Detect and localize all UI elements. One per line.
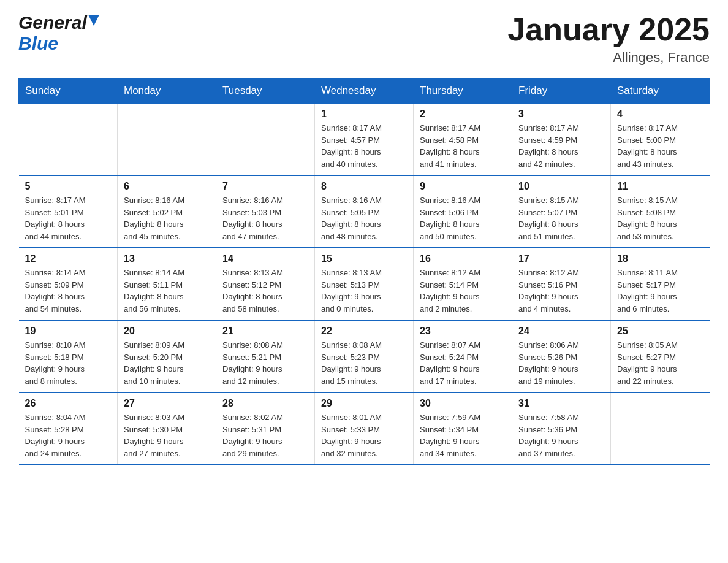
- page-header: General Blue January 2025 Allinges, Fran…: [18, 12, 710, 66]
- calendar-cell: 27Sunrise: 8:03 AM Sunset: 5:30 PM Dayli…: [118, 393, 216, 465]
- day-info: Sunrise: 8:05 AM Sunset: 5:27 PM Dayligh…: [617, 339, 703, 387]
- day-number: 2: [420, 109, 506, 120]
- day-info: Sunrise: 8:16 AM Sunset: 5:03 PM Dayligh…: [222, 194, 308, 242]
- calendar-cell: 17Sunrise: 8:12 AM Sunset: 5:16 PM Dayli…: [512, 248, 611, 320]
- day-info: Sunrise: 8:08 AM Sunset: 5:21 PM Dayligh…: [222, 339, 308, 387]
- calendar-cell: 23Sunrise: 8:07 AM Sunset: 5:24 PM Dayli…: [414, 320, 512, 393]
- day-info: Sunrise: 8:17 AM Sunset: 4:57 PM Dayligh…: [321, 122, 407, 170]
- day-info: Sunrise: 8:16 AM Sunset: 5:05 PM Dayligh…: [321, 194, 407, 242]
- day-info: Sunrise: 8:09 AM Sunset: 5:20 PM Dayligh…: [124, 339, 210, 387]
- day-number: 17: [518, 253, 604, 264]
- day-info: Sunrise: 8:08 AM Sunset: 5:23 PM Dayligh…: [321, 339, 407, 387]
- calendar-table: SundayMondayTuesdayWednesdayThursdayFrid…: [18, 78, 710, 465]
- calendar-cell: 8Sunrise: 8:16 AM Sunset: 5:05 PM Daylig…: [315, 175, 414, 248]
- day-info: Sunrise: 8:16 AM Sunset: 5:02 PM Dayligh…: [124, 194, 210, 242]
- day-number: 31: [518, 398, 604, 409]
- location-label: Allinges, France: [507, 50, 710, 66]
- calendar-cell: [216, 104, 315, 176]
- calendar-cell: 4Sunrise: 8:17 AM Sunset: 5:00 PM Daylig…: [611, 104, 710, 176]
- calendar-cell: 10Sunrise: 8:15 AM Sunset: 5:07 PM Dayli…: [512, 175, 611, 248]
- calendar-header-thursday: Thursday: [414, 79, 512, 104]
- calendar-cell: [19, 104, 118, 176]
- calendar-week-row: 26Sunrise: 8:04 AM Sunset: 5:28 PM Dayli…: [19, 393, 710, 465]
- day-info: Sunrise: 8:17 AM Sunset: 5:00 PM Dayligh…: [617, 122, 703, 170]
- calendar-cell: 25Sunrise: 8:05 AM Sunset: 5:27 PM Dayli…: [611, 320, 710, 393]
- day-number: 18: [617, 253, 703, 264]
- day-number: 28: [222, 398, 308, 409]
- calendar-cell: 21Sunrise: 8:08 AM Sunset: 5:21 PM Dayli…: [216, 320, 315, 393]
- calendar-cell: 30Sunrise: 7:59 AM Sunset: 5:34 PM Dayli…: [414, 393, 512, 465]
- day-number: 15: [321, 253, 407, 264]
- calendar-cell: 13Sunrise: 8:14 AM Sunset: 5:11 PM Dayli…: [118, 248, 216, 320]
- day-number: 26: [25, 398, 112, 409]
- calendar-header-sunday: Sunday: [19, 79, 118, 104]
- calendar-cell: 16Sunrise: 8:12 AM Sunset: 5:14 PM Dayli…: [414, 248, 512, 320]
- calendar-week-row: 19Sunrise: 8:10 AM Sunset: 5:18 PM Dayli…: [19, 320, 710, 393]
- day-info: Sunrise: 7:59 AM Sunset: 5:34 PM Dayligh…: [420, 412, 506, 459]
- calendar-cell: 24Sunrise: 8:06 AM Sunset: 5:26 PM Dayli…: [512, 320, 611, 393]
- day-info: Sunrise: 8:02 AM Sunset: 5:31 PM Dayligh…: [222, 412, 308, 459]
- calendar-header-saturday: Saturday: [611, 79, 710, 104]
- calendar-cell: 26Sunrise: 8:04 AM Sunset: 5:28 PM Dayli…: [19, 393, 118, 465]
- calendar-cell: 5Sunrise: 8:17 AM Sunset: 5:01 PM Daylig…: [19, 175, 118, 248]
- calendar-header-monday: Monday: [118, 79, 216, 104]
- day-info: Sunrise: 8:14 AM Sunset: 5:09 PM Dayligh…: [25, 267, 112, 315]
- calendar-cell: 29Sunrise: 8:01 AM Sunset: 5:33 PM Dayli…: [315, 393, 414, 465]
- day-info: Sunrise: 8:04 AM Sunset: 5:28 PM Dayligh…: [25, 412, 112, 459]
- calendar-cell: 11Sunrise: 8:15 AM Sunset: 5:08 PM Dayli…: [611, 175, 710, 248]
- day-number: 4: [617, 109, 703, 120]
- calendar-cell: [118, 104, 216, 176]
- day-number: 8: [321, 181, 407, 192]
- day-number: 22: [321, 326, 407, 337]
- day-info: Sunrise: 8:17 AM Sunset: 5:01 PM Dayligh…: [25, 194, 112, 242]
- day-info: Sunrise: 8:07 AM Sunset: 5:24 PM Dayligh…: [420, 339, 506, 387]
- day-number: 27: [124, 398, 210, 409]
- calendar-cell: 3Sunrise: 8:17 AM Sunset: 4:59 PM Daylig…: [512, 104, 611, 176]
- day-info: Sunrise: 8:15 AM Sunset: 5:08 PM Dayligh…: [617, 194, 703, 242]
- day-info: Sunrise: 8:01 AM Sunset: 5:33 PM Dayligh…: [321, 412, 407, 459]
- day-number: 23: [420, 326, 506, 337]
- day-number: 10: [518, 181, 604, 192]
- day-number: 24: [518, 326, 604, 337]
- day-info: Sunrise: 7:58 AM Sunset: 5:36 PM Dayligh…: [518, 412, 604, 459]
- day-info: Sunrise: 8:12 AM Sunset: 5:14 PM Dayligh…: [420, 267, 506, 315]
- day-number: 5: [25, 181, 112, 192]
- day-number: 20: [124, 326, 210, 337]
- day-number: 9: [420, 181, 506, 192]
- calendar-header-friday: Friday: [512, 79, 611, 104]
- calendar-cell: 22Sunrise: 8:08 AM Sunset: 5:23 PM Dayli…: [315, 320, 414, 393]
- day-info: Sunrise: 8:17 AM Sunset: 4:58 PM Dayligh…: [420, 122, 506, 170]
- calendar-cell: 7Sunrise: 8:16 AM Sunset: 5:03 PM Daylig…: [216, 175, 315, 248]
- calendar-cell: 2Sunrise: 8:17 AM Sunset: 4:58 PM Daylig…: [414, 104, 512, 176]
- day-info: Sunrise: 8:12 AM Sunset: 5:16 PM Dayligh…: [518, 267, 604, 315]
- day-info: Sunrise: 8:13 AM Sunset: 5:13 PM Dayligh…: [321, 267, 407, 315]
- calendar-cell: 18Sunrise: 8:11 AM Sunset: 5:17 PM Dayli…: [611, 248, 710, 320]
- calendar-cell: 1Sunrise: 8:17 AM Sunset: 4:57 PM Daylig…: [315, 104, 414, 176]
- logo-triangle-icon: [88, 15, 99, 26]
- day-number: 29: [321, 398, 407, 409]
- calendar-header-row: SundayMondayTuesdayWednesdayThursdayFrid…: [19, 79, 710, 104]
- day-number: 25: [617, 326, 703, 337]
- title-section: January 2025 Allinges, France: [507, 12, 710, 66]
- day-number: 7: [222, 181, 308, 192]
- day-info: Sunrise: 8:16 AM Sunset: 5:06 PM Dayligh…: [420, 194, 506, 242]
- month-title: January 2025: [507, 12, 710, 47]
- calendar-cell: 15Sunrise: 8:13 AM Sunset: 5:13 PM Dayli…: [315, 248, 414, 320]
- day-info: Sunrise: 8:11 AM Sunset: 5:17 PM Dayligh…: [617, 267, 703, 315]
- calendar-cell: [611, 393, 710, 465]
- day-number: 1: [321, 109, 407, 120]
- calendar-cell: 9Sunrise: 8:16 AM Sunset: 5:06 PM Daylig…: [414, 175, 512, 248]
- calendar-week-row: 1Sunrise: 8:17 AM Sunset: 4:57 PM Daylig…: [19, 104, 710, 176]
- day-number: 21: [222, 326, 308, 337]
- calendar-cell: 31Sunrise: 7:58 AM Sunset: 5:36 PM Dayli…: [512, 393, 611, 465]
- day-info: Sunrise: 8:13 AM Sunset: 5:12 PM Dayligh…: [222, 267, 308, 315]
- calendar-cell: 6Sunrise: 8:16 AM Sunset: 5:02 PM Daylig…: [118, 175, 216, 248]
- calendar-week-row: 5Sunrise: 8:17 AM Sunset: 5:01 PM Daylig…: [19, 175, 710, 248]
- calendar-week-row: 12Sunrise: 8:14 AM Sunset: 5:09 PM Dayli…: [19, 248, 710, 320]
- calendar-cell: 19Sunrise: 8:10 AM Sunset: 5:18 PM Dayli…: [19, 320, 118, 393]
- day-info: Sunrise: 8:17 AM Sunset: 4:59 PM Dayligh…: [518, 122, 604, 170]
- logo-blue-text: Blue: [18, 33, 58, 53]
- day-info: Sunrise: 8:06 AM Sunset: 5:26 PM Dayligh…: [518, 339, 604, 387]
- logo-general-text: General: [18, 12, 87, 33]
- logo: General Blue: [18, 12, 99, 54]
